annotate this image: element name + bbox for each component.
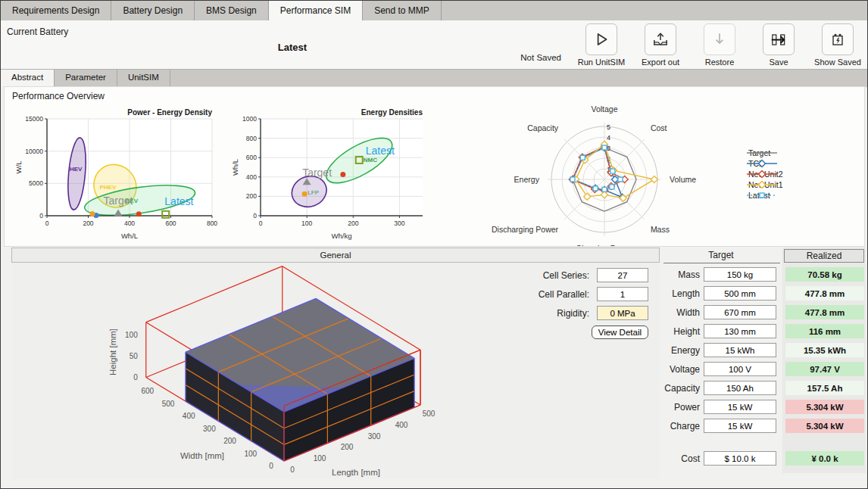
target-input[interactable]: 15 kWh bbox=[704, 343, 776, 357]
target-input[interactable]: $ 10.0 k bbox=[704, 451, 776, 466]
svg-text:LFP: LFP bbox=[308, 189, 319, 196]
play-icon bbox=[592, 30, 610, 48]
svg-text:200: 200 bbox=[246, 192, 257, 200]
svg-text:600: 600 bbox=[165, 220, 176, 227]
legend-swatch bbox=[745, 148, 779, 157]
export-icon bbox=[651, 30, 670, 48]
target-header-rule bbox=[663, 263, 780, 263]
legend-swatch bbox=[745, 159, 779, 168]
legend-item-target: Target bbox=[745, 148, 783, 157]
svg-text:200: 200 bbox=[341, 443, 354, 451]
svg-text:Latest: Latest bbox=[164, 195, 193, 207]
svg-text:300: 300 bbox=[203, 425, 216, 433]
result-row-capacity: Capacity150 Ah157.5 Ah bbox=[663, 381, 866, 396]
tab-send-to-mmp[interactable]: Send to MMP bbox=[363, 1, 442, 20]
svg-text:0: 0 bbox=[259, 220, 263, 227]
target-input[interactable]: 670 mm bbox=[704, 305, 776, 319]
show-saved-button[interactable]: Show Saved bbox=[813, 23, 863, 67]
result-row-power: Power15 kW5.304 kW bbox=[663, 400, 866, 415]
rigidity-field[interactable]: 0 MPa bbox=[597, 306, 648, 320]
subtab-parameter[interactable]: Parameter bbox=[55, 70, 117, 87]
svg-text:Capacity: Capacity bbox=[527, 123, 559, 132]
sub-tabbar: Abstract Parameter UnitSIM bbox=[1, 69, 867, 87]
cell-series-field[interactable]: 27 bbox=[597, 268, 648, 282]
legend-item-tcb: TCB bbox=[745, 158, 783, 168]
realized-value: 477.8 mm bbox=[785, 286, 864, 301]
svg-text:800: 800 bbox=[207, 220, 217, 227]
restore-button[interactable]: Restore bbox=[695, 23, 745, 67]
header: Current Battery Latest Not Saved Run Uni… bbox=[1, 20, 867, 69]
view-detail-button[interactable]: View Detail bbox=[592, 325, 648, 339]
cell-series-label: Cell Series: bbox=[543, 270, 589, 281]
result-label: Length bbox=[663, 288, 700, 299]
svg-text:0: 0 bbox=[253, 212, 257, 220]
result-label: Capacity bbox=[663, 383, 700, 394]
svg-text:0: 0 bbox=[269, 462, 273, 470]
target-input[interactable]: 15 kW bbox=[704, 419, 776, 433]
svg-text:Discharging Power: Discharging Power bbox=[492, 225, 559, 234]
svg-text:0: 0 bbox=[290, 466, 295, 474]
svg-text:PHEV: PHEV bbox=[99, 184, 116, 191]
result-label: Width bbox=[663, 307, 700, 318]
svg-text:Energy Densities: Energy Densities bbox=[361, 108, 423, 117]
tab-battery-design[interactable]: Battery Design bbox=[111, 1, 195, 20]
cell-parallel-field[interactable]: 1 bbox=[597, 287, 648, 301]
realized-value: 116 mm bbox=[785, 324, 864, 338]
svg-text:Target: Target bbox=[302, 167, 332, 179]
save-button[interactable]: Save bbox=[754, 23, 804, 67]
svg-text:400: 400 bbox=[395, 421, 408, 429]
svg-text:100: 100 bbox=[314, 454, 326, 463]
svg-text:Wh/L: Wh/L bbox=[121, 232, 138, 240]
realized-column-header: Realized bbox=[784, 249, 864, 263]
target-input[interactable]: 15 kW bbox=[704, 400, 776, 414]
run-unitsim-button[interactable]: Run UnitSIM bbox=[576, 23, 626, 67]
target-input[interactable]: 150 kg bbox=[704, 267, 776, 282]
svg-text:800: 800 bbox=[246, 135, 257, 142]
legend-item-newunit2: NewUnit2 bbox=[745, 169, 783, 179]
rigidity-row: Rigidity: 0 MPa bbox=[451, 305, 648, 324]
svg-text:Cost: Cost bbox=[651, 123, 667, 132]
show-saved-label: Show Saved bbox=[814, 58, 861, 67]
rigidity-label: Rigidity: bbox=[557, 308, 589, 319]
legend-swatch bbox=[745, 180, 779, 189]
result-row-length: Length500 mm477.8 mm bbox=[663, 286, 866, 301]
save-status-label: Not Saved bbox=[520, 53, 561, 62]
svg-text:5: 5 bbox=[607, 123, 610, 131]
result-label: Cost bbox=[663, 453, 700, 464]
realized-value: 70.58 kg bbox=[785, 267, 864, 282]
tab-performance-sim[interactable]: Performance SIM bbox=[269, 1, 363, 20]
run-unitsim-label: Run UnitSIM bbox=[578, 58, 625, 67]
power-energy-density-chart: HEVPHEVBEV0200400600800050001000015000Wh… bbox=[14, 105, 221, 241]
svg-text:Target: Target bbox=[104, 195, 133, 207]
tab-requirements-design[interactable]: Requirements Design bbox=[1, 1, 111, 20]
subtab-unitsim[interactable]: UnitSIM bbox=[117, 70, 170, 87]
show-saved-battery-icon bbox=[829, 30, 847, 48]
tab-bms-design[interactable]: BMS Design bbox=[195, 1, 269, 20]
realized-value: 97.47 V bbox=[785, 362, 864, 376]
result-label: Power bbox=[663, 402, 700, 413]
svg-text:600: 600 bbox=[141, 387, 154, 395]
target-input[interactable]: 100 V bbox=[704, 362, 776, 376]
target-input[interactable]: 130 mm bbox=[704, 324, 776, 338]
export-out-label: Export out bbox=[642, 58, 679, 67]
result-row-energy: Energy15 kWh15.35 kWh bbox=[663, 343, 866, 358]
target-input[interactable]: 500 mm bbox=[704, 286, 776, 301]
svg-text:Charging Power: Charging Power bbox=[576, 244, 633, 246]
performance-overview-panel: Performance Overview HEVPHEVBEV020040060… bbox=[4, 86, 865, 247]
general-panel-title: General bbox=[11, 248, 660, 263]
pack-3d-plot[interactable]: 0100200300400500010020030040050060005010… bbox=[19, 263, 489, 480]
svg-text:500: 500 bbox=[423, 410, 436, 418]
save-label: Save bbox=[769, 58, 788, 67]
restore-icon bbox=[710, 30, 729, 48]
legend-swatch bbox=[745, 191, 779, 200]
realized-value: 5.304 kW bbox=[785, 400, 864, 414]
subtab-abstract[interactable]: Abstract bbox=[1, 70, 55, 87]
realized-value: 477.8 mm bbox=[785, 305, 864, 319]
target-input[interactable]: 150 Ah bbox=[704, 381, 776, 395]
cell-parallel-label: Cell Parallel: bbox=[539, 289, 589, 300]
battery-name-title: Latest bbox=[228, 42, 357, 53]
legend-swatch bbox=[745, 170, 779, 179]
export-out-button[interactable]: Export out bbox=[635, 23, 685, 67]
legend-item-newunit1: NewUnit1 bbox=[745, 179, 783, 189]
result-label: Charge bbox=[663, 421, 700, 431]
